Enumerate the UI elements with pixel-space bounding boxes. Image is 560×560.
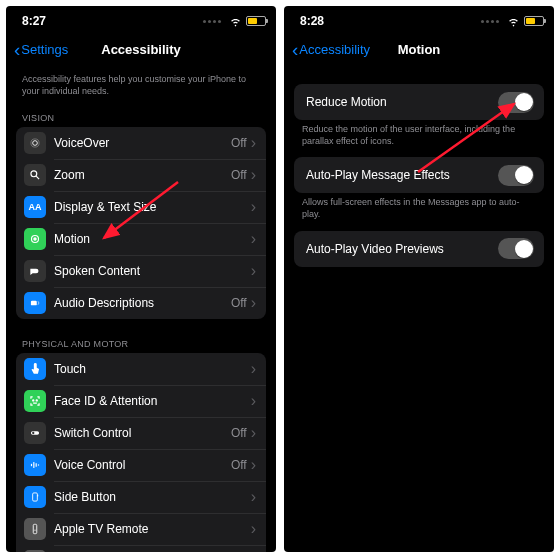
chevron-right-icon: › — [251, 425, 256, 441]
row-value: Off — [231, 136, 247, 150]
row-spoken-content[interactable]: Spoken Content › — [16, 255, 266, 287]
status-bar: 8:27 — [6, 6, 276, 32]
wifi-icon — [507, 15, 520, 28]
chevron-right-icon: › — [251, 167, 256, 183]
side-button-icon — [24, 486, 46, 508]
row-zoom[interactable]: Zoom Off › — [16, 159, 266, 191]
breadcrumb-dots-icon — [203, 20, 221, 23]
section-header-vision: VISION — [16, 107, 266, 127]
svg-point-1 — [31, 139, 39, 147]
hint-autoplay-message: Allows full-screen effects in the Messag… — [294, 193, 544, 230]
row-touch[interactable]: Touch › — [16, 353, 266, 385]
status-time: 8:27 — [22, 14, 46, 28]
row-value: Off — [231, 458, 247, 472]
chevron-left-icon: ‹ — [292, 40, 298, 59]
voice-control-icon — [24, 454, 46, 476]
row-label: VoiceOver — [54, 136, 231, 150]
row-label: Side Button — [54, 490, 251, 504]
row-reduce-motion[interactable]: Reduce Motion — [294, 84, 544, 120]
svg-point-10 — [32, 432, 34, 434]
back-label: Settings — [21, 42, 68, 57]
screen-motion: 8:28 ‹ Accessibility Motion Reduce Motio… — [284, 6, 554, 552]
group-autoplay-video: Auto-Play Video Previews — [294, 231, 544, 267]
row-label: Spoken Content — [54, 264, 251, 278]
row-value: Off — [231, 296, 247, 310]
group-vision: VoiceOver Off › Zoom Off › AA Display & … — [16, 127, 266, 319]
chevron-right-icon: › — [251, 361, 256, 377]
svg-rect-11 — [31, 464, 32, 466]
row-label: Audio Descriptions — [54, 296, 231, 310]
svg-point-18 — [34, 530, 35, 531]
chevron-right-icon: › — [251, 489, 256, 505]
row-voiceover[interactable]: VoiceOver Off › — [16, 127, 266, 159]
back-label: Accessibility — [299, 42, 370, 57]
group-autoplay-message: Auto-Play Message Effects — [294, 157, 544, 193]
zoom-icon — [24, 164, 46, 186]
svg-rect-16 — [37, 495, 38, 497]
row-label: Auto-Play Video Previews — [306, 242, 498, 256]
svg-rect-13 — [36, 464, 37, 468]
row-display-text-size[interactable]: AA Display & Text Size › — [16, 191, 266, 223]
chevron-right-icon: › — [251, 457, 256, 473]
text-size-icon: AA — [24, 196, 46, 218]
group-physical: Touch › Face ID & Attention › Switch Con… — [16, 353, 266, 552]
row-switch-control[interactable]: Switch Control Off › — [16, 417, 266, 449]
hint-reduce-motion: Reduce the motion of the user interface,… — [294, 120, 544, 157]
nav-bar: ‹ Settings Accessibility — [6, 32, 276, 66]
toggle-reduce-motion[interactable] — [498, 92, 534, 113]
group-reduce-motion: Reduce Motion — [294, 84, 544, 120]
row-label: Switch Control — [54, 426, 231, 440]
svg-rect-14 — [38, 465, 39, 466]
row-autoplay-message-effects[interactable]: Auto-Play Message Effects — [294, 157, 544, 193]
chevron-right-icon: › — [251, 199, 256, 215]
row-label: Zoom — [54, 168, 231, 182]
chevron-left-icon: ‹ — [14, 40, 20, 59]
toggle-autoplay-message[interactable] — [498, 165, 534, 186]
svg-rect-12 — [33, 462, 34, 468]
wifi-icon — [229, 15, 242, 28]
svg-point-5 — [34, 238, 36, 240]
chevron-right-icon: › — [251, 521, 256, 537]
row-label: Touch — [54, 362, 251, 376]
row-motion[interactable]: Motion › — [16, 223, 266, 255]
chevron-right-icon: › — [251, 135, 256, 151]
faceid-icon — [24, 390, 46, 412]
nav-bar: ‹ Accessibility Motion — [284, 32, 554, 66]
row-label: Motion — [54, 232, 251, 246]
row-label: Apple TV Remote — [54, 522, 251, 536]
svg-line-3 — [36, 177, 39, 180]
svg-point-8 — [36, 400, 37, 401]
row-appletv-remote[interactable]: Apple TV Remote › — [16, 513, 266, 545]
row-faceid-attention[interactable]: Face ID & Attention › — [16, 385, 266, 417]
row-keyboards[interactable]: Keyboards › — [16, 545, 266, 552]
row-audio-descriptions[interactable]: Audio Descriptions Off › — [16, 287, 266, 319]
voiceover-icon — [24, 132, 46, 154]
row-label: Face ID & Attention — [54, 394, 251, 408]
row-value: Off — [231, 426, 247, 440]
back-button[interactable]: ‹ Accessibility — [292, 40, 370, 59]
audio-descriptions-icon — [24, 292, 46, 314]
row-label: Auto-Play Message Effects — [306, 168, 498, 182]
section-header-physical: PHYSICAL AND MOTOR — [16, 333, 266, 353]
status-time: 8:28 — [300, 14, 324, 28]
svg-point-7 — [33, 400, 34, 401]
row-side-button[interactable]: Side Button › — [16, 481, 266, 513]
row-label: Reduce Motion — [306, 95, 498, 109]
chevron-right-icon: › — [251, 231, 256, 247]
row-voice-control[interactable]: Voice Control Off › — [16, 449, 266, 481]
screen-accessibility: 8:27 ‹ Settings Accessibility Accessibil… — [6, 6, 276, 552]
chevron-right-icon: › — [251, 393, 256, 409]
row-label: Display & Text Size — [54, 200, 251, 214]
chevron-right-icon: › — [251, 263, 256, 279]
battery-icon — [246, 16, 266, 26]
keyboards-icon — [24, 550, 46, 552]
row-autoplay-video-previews[interactable]: Auto-Play Video Previews — [294, 231, 544, 267]
row-value: Off — [231, 168, 247, 182]
svg-rect-17 — [33, 525, 37, 534]
intro-text: Accessibility features help you customis… — [16, 66, 266, 107]
back-button[interactable]: ‹ Settings — [14, 40, 68, 59]
breadcrumb-dots-icon — [481, 20, 499, 23]
toggle-autoplay-video[interactable] — [498, 238, 534, 259]
row-label: Voice Control — [54, 458, 231, 472]
touch-icon — [24, 358, 46, 380]
